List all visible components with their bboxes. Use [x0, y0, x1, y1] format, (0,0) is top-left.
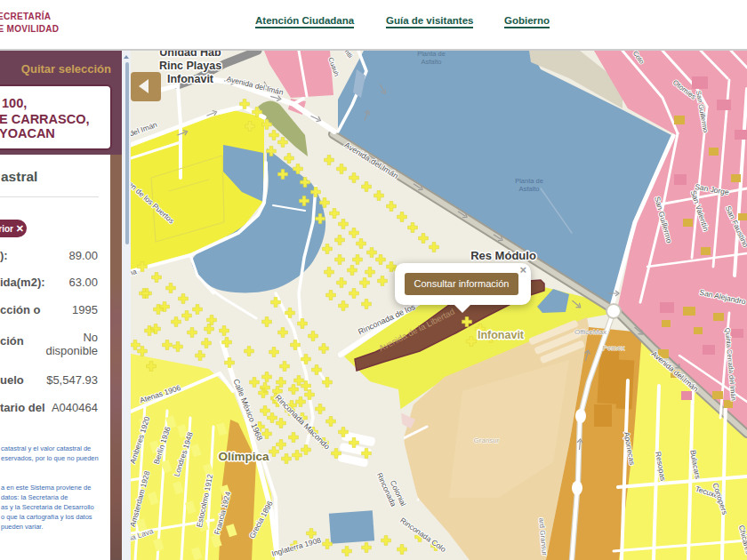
svg-text:OfficeMax: OfficeMax [574, 328, 606, 336]
svg-text:Planta de: Planta de [417, 51, 446, 58]
svg-text:Rinc Playas: Rinc Playas [159, 60, 221, 72]
svg-text:Unidad Hab: Unidad Hab [159, 51, 221, 59]
svg-text:Infonavit: Infonavit [478, 329, 525, 341]
svg-text:Asfalto: Asfalto [422, 58, 442, 66]
svg-text:Planta de: Planta de [515, 177, 543, 185]
svg-text:Infonavit: Infonavit [167, 73, 214, 85]
svg-text:Gransur: Gransur [474, 436, 500, 444]
svg-text:Pemex: Pemex [603, 344, 625, 352]
svg-text:Olímpica: Olímpica [218, 450, 269, 463]
svg-text:Asfalto: Asfalto [519, 185, 540, 193]
svg-text:Res Módulo: Res Módulo [470, 249, 536, 262]
